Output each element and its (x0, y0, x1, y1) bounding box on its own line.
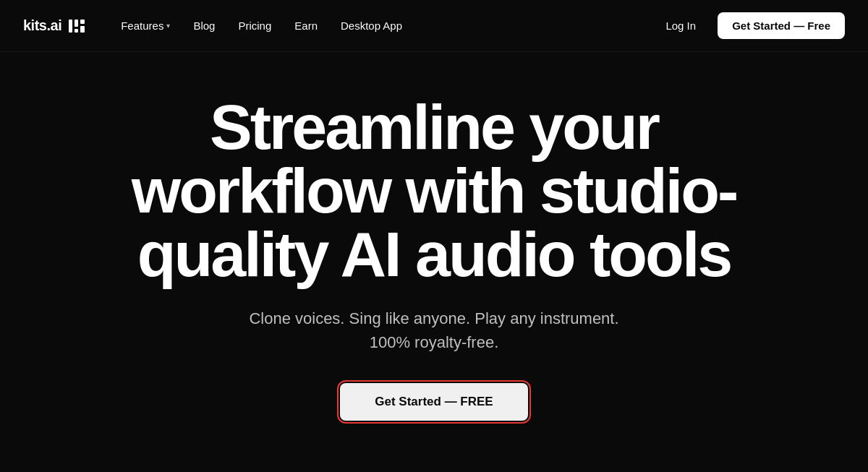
navbar: kits.ai Features ▾ Blog Pricing (0, 0, 868, 52)
hero-cta-wrapper: Get Started — FREE (340, 383, 527, 421)
navbar-left: kits.ai Features ▾ Blog Pricing (23, 14, 412, 38)
nav-links: Features ▾ Blog Pricing Earn Desktop App (111, 14, 412, 38)
hero-section: Streamline your workflow with studio-qua… (0, 52, 868, 450)
logo-icon (69, 20, 85, 33)
svg-rect-0 (69, 20, 72, 33)
hero-subtitle: Clone voices. Sing like anyone. Play any… (231, 306, 637, 354)
hero-title: Streamline your workflow with studio-qua… (90, 95, 778, 286)
chevron-down-icon: ▾ (166, 22, 170, 30)
nav-features[interactable]: Features ▾ (111, 14, 180, 38)
svg-rect-3 (80, 20, 85, 24)
svg-rect-4 (80, 26, 85, 33)
svg-rect-2 (75, 29, 78, 33)
logo[interactable]: kits.ai (23, 17, 85, 34)
hero-cta-button[interactable]: Get Started — FREE (340, 383, 527, 421)
svg-rect-1 (75, 20, 78, 27)
login-button[interactable]: Log In (655, 14, 706, 38)
navbar-right: Log In Get Started — Free (655, 12, 845, 39)
nav-cta-button[interactable]: Get Started — Free (718, 12, 845, 39)
logo-text: kits.ai (23, 17, 61, 34)
nav-blog[interactable]: Blog (183, 14, 225, 38)
nav-earn[interactable]: Earn (284, 14, 328, 38)
nav-desktop-app[interactable]: Desktop App (331, 14, 412, 38)
nav-pricing[interactable]: Pricing (228, 14, 281, 38)
